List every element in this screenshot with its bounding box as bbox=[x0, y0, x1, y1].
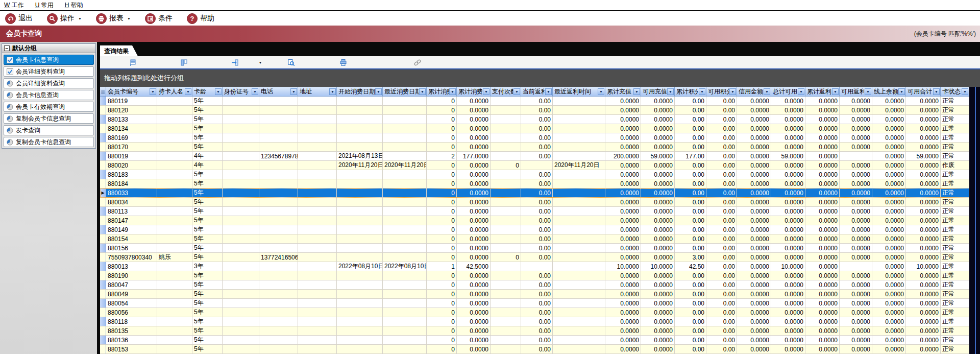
cell[interactable] bbox=[553, 216, 605, 225]
table-row[interactable]: 8800345年00.00000.000.00000.00000.000.000… bbox=[100, 198, 969, 207]
cell[interactable] bbox=[383, 299, 427, 308]
cell[interactable]: 0.0000 bbox=[906, 106, 941, 115]
cell[interactable]: 0.0000 bbox=[457, 345, 491, 354]
cell[interactable]: 5年 bbox=[192, 170, 223, 179]
cell[interactable]: 0.0000 bbox=[906, 345, 941, 354]
cell[interactable]: 2022年08月10日 bbox=[383, 262, 427, 271]
cell[interactable]: 0.0000 bbox=[641, 124, 675, 133]
cell[interactable]: 0.0000 bbox=[872, 188, 906, 198]
cell[interactable]: 5年 bbox=[192, 188, 223, 198]
cell[interactable]: 3年 bbox=[192, 262, 223, 271]
cell[interactable] bbox=[553, 143, 605, 152]
cell[interactable]: 0.0000 bbox=[906, 170, 941, 179]
cell[interactable]: 0.00 bbox=[675, 290, 706, 299]
cell[interactable]: 0.0000 bbox=[641, 336, 675, 345]
cell[interactable] bbox=[491, 244, 521, 253]
filter-dropdown-icon[interactable]: ▼ bbox=[329, 88, 336, 95]
cell[interactable]: 0.00 bbox=[706, 308, 737, 317]
cell[interactable] bbox=[383, 234, 427, 244]
cell[interactable]: 0.00 bbox=[675, 308, 706, 317]
cell[interactable]: 0.0000 bbox=[840, 299, 872, 308]
cell[interactable] bbox=[298, 280, 337, 290]
cell[interactable]: 0.00 bbox=[521, 290, 553, 299]
column-header-10[interactable]: 支付次数▼ bbox=[491, 87, 521, 97]
cell[interactable]: 0.00 bbox=[675, 207, 706, 216]
cell[interactable]: 0.0000 bbox=[872, 225, 906, 234]
cell[interactable]: 0 bbox=[427, 225, 457, 234]
cell[interactable] bbox=[491, 271, 521, 280]
cell[interactable]: 0.0000 bbox=[872, 244, 906, 253]
cell[interactable] bbox=[491, 198, 521, 207]
cell[interactable]: 880047 bbox=[106, 280, 157, 290]
cell[interactable]: 59.0000 bbox=[641, 152, 675, 161]
cell[interactable] bbox=[223, 179, 259, 188]
cell[interactable] bbox=[223, 188, 259, 198]
cell[interactable] bbox=[223, 170, 259, 179]
cell[interactable]: 0.0000 bbox=[605, 179, 641, 188]
cell[interactable]: 0.0000 bbox=[840, 225, 872, 234]
cell[interactable]: 5年 bbox=[192, 207, 223, 216]
cell[interactable]: 880136 bbox=[106, 336, 157, 345]
question-button[interactable]: ?帮助 bbox=[187, 13, 214, 24]
cell[interactable]: 0.0000 bbox=[605, 317, 641, 326]
cell[interactable]: 10.0000 bbox=[906, 262, 941, 271]
cell[interactable]: 0.0000 bbox=[737, 143, 771, 152]
cell[interactable]: 0.0000 bbox=[872, 271, 906, 280]
cell[interactable] bbox=[223, 244, 259, 253]
cell[interactable]: 0.0000 bbox=[457, 317, 491, 326]
cell[interactable]: 0.0000 bbox=[737, 308, 771, 317]
tab-query-results[interactable]: 查询结果 bbox=[100, 45, 138, 56]
cell[interactable]: 0.0000 bbox=[641, 326, 675, 336]
cell[interactable]: 正常 bbox=[941, 106, 969, 115]
cell[interactable]: 5年 bbox=[192, 336, 223, 345]
cell[interactable]: 0 bbox=[427, 299, 457, 308]
cell[interactable]: 正常 bbox=[941, 271, 969, 280]
table-row[interactable]: 8800495年00.00000.000.00000.00000.000.000… bbox=[100, 290, 969, 299]
cell[interactable] bbox=[259, 345, 298, 354]
cell[interactable] bbox=[223, 262, 259, 271]
cell[interactable]: 0.0000 bbox=[737, 170, 771, 179]
cell[interactable] bbox=[298, 345, 337, 354]
table-row[interactable]: 8801535年00.00000.000.00000.00000.000.000… bbox=[100, 345, 969, 354]
cell[interactable]: 0.0000 bbox=[457, 280, 491, 290]
filter-dropdown-icon[interactable]: ▼ bbox=[215, 88, 222, 95]
cell[interactable]: 0.0000 bbox=[737, 225, 771, 234]
filter-dropdown-icon[interactable]: ▼ bbox=[545, 88, 552, 95]
cell[interactable]: 0.00 bbox=[706, 161, 737, 170]
cell[interactable]: 880170 bbox=[106, 143, 157, 152]
cell[interactable]: 0.0000 bbox=[457, 143, 491, 152]
cell[interactable]: 0.0000 bbox=[906, 115, 941, 124]
cell[interactable]: 0.0000 bbox=[805, 271, 840, 280]
cell[interactable]: 5年 bbox=[192, 326, 223, 336]
cell[interactable] bbox=[298, 234, 337, 244]
cell[interactable]: 0.0000 bbox=[805, 97, 840, 106]
cell[interactable]: 0.00 bbox=[521, 152, 553, 161]
cell[interactable]: 正常 bbox=[941, 262, 969, 271]
cell[interactable]: 0.00 bbox=[706, 115, 737, 124]
column-header-20[interactable]: 可用返利▼ bbox=[840, 87, 872, 97]
cell[interactable] bbox=[298, 244, 337, 253]
cell[interactable] bbox=[491, 106, 521, 115]
sidebar-item-1[interactable]: 会员详细资料查询 bbox=[4, 66, 94, 77]
cell[interactable] bbox=[298, 97, 337, 106]
cell[interactable]: 0.0000 bbox=[771, 188, 805, 198]
cell[interactable]: 880120 bbox=[106, 106, 157, 115]
table-row[interactable]: 8800545年00.00000.000.00000.00000.000.000… bbox=[100, 299, 969, 308]
cell[interactable] bbox=[157, 124, 192, 133]
cell[interactable]: 0.0000 bbox=[457, 234, 491, 244]
cell[interactable]: 0.0000 bbox=[805, 115, 840, 124]
cell[interactable]: 42.5000 bbox=[457, 262, 491, 271]
cell[interactable]: 880054 bbox=[106, 299, 157, 308]
dropdown-caret-icon[interactable]: ▼ bbox=[127, 17, 131, 20]
cell[interactable] bbox=[383, 207, 427, 216]
cell[interactable]: 0.0000 bbox=[605, 198, 641, 207]
cell[interactable]: 5年 bbox=[192, 299, 223, 308]
cell[interactable]: 10.0000 bbox=[605, 262, 641, 271]
cell[interactable]: 0.0000 bbox=[605, 188, 641, 198]
cell[interactable]: 正常 bbox=[941, 326, 969, 336]
cell[interactable] bbox=[157, 152, 192, 161]
cell[interactable] bbox=[298, 115, 337, 124]
cell[interactable] bbox=[337, 188, 383, 198]
cell[interactable]: 0 bbox=[427, 216, 457, 225]
link-icon[interactable] bbox=[413, 58, 422, 66]
